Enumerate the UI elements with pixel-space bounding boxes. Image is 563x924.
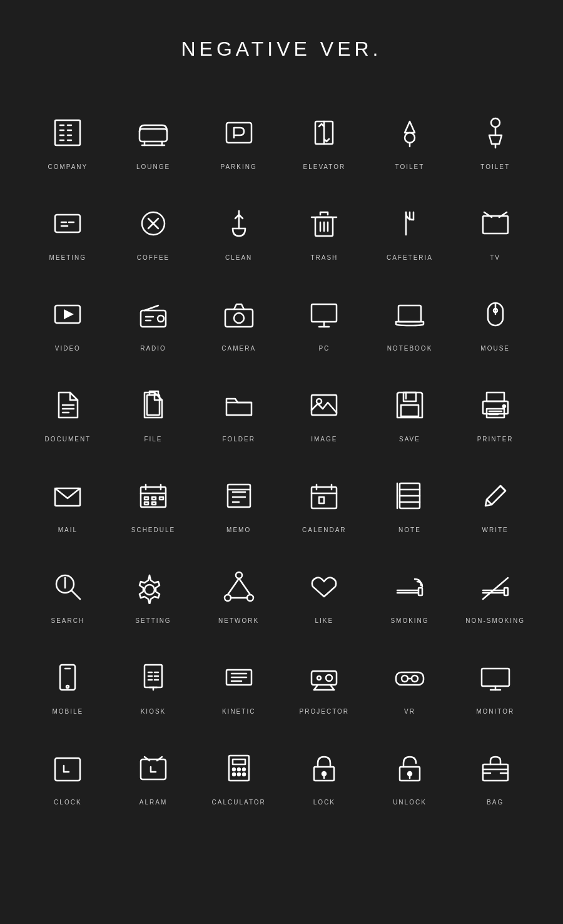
svg-rect-82 <box>145 497 148 500</box>
cafeteria-item: CAFETERIA <box>367 183 453 274</box>
trash-icon <box>302 202 346 245</box>
icon-grid: COMPANY LOUNGE PARKING ELEVATOR TOILET T… <box>0 86 563 824</box>
smoking-label: SMOKING <box>390 617 429 624</box>
svg-point-159 <box>243 768 245 771</box>
calendar-item: CALENDAR <box>282 455 367 546</box>
kinetic-item: KINETIC <box>196 637 282 727</box>
company-label: COMPANY <box>48 163 88 170</box>
file-icon <box>131 383 175 427</box>
toilet-male-icon <box>388 111 432 155</box>
toilet-female-label: TOILET <box>480 163 510 170</box>
svg-rect-86 <box>152 502 156 505</box>
pc-icon <box>302 292 346 336</box>
note-icon <box>388 474 432 518</box>
toilet-male-label: TOILET <box>395 163 425 170</box>
parking-item: PARKING <box>196 92 282 183</box>
svg-rect-84 <box>160 497 163 500</box>
svg-point-67 <box>317 399 322 404</box>
mobile-label: MOBILE <box>52 708 83 715</box>
non-smoking-label: NON-SMOKING <box>465 617 525 624</box>
toilet-female-icon <box>474 111 517 155</box>
tv-label: TV <box>490 254 500 261</box>
svg-rect-120 <box>504 588 508 595</box>
svg-point-123 <box>66 685 69 688</box>
lock-label: LOCK <box>313 799 335 806</box>
svg-rect-64 <box>147 395 160 415</box>
tv-item: TV <box>452 183 538 274</box>
projector-label: PROJECTOR <box>300 708 350 715</box>
svg-point-49 <box>158 316 164 322</box>
file-label: FILE <box>144 436 162 443</box>
elevator-label: ELEVATOR <box>303 163 345 170</box>
mouse-item: MOUSE <box>452 274 538 364</box>
write-label: WRITE <box>482 526 509 533</box>
note-item: NOTE <box>367 455 453 546</box>
setting-icon <box>131 565 175 608</box>
svg-line-103 <box>487 500 492 505</box>
like-item: LIKE <box>282 546 367 637</box>
projector-icon <box>302 655 346 699</box>
coffee-icon <box>131 202 175 245</box>
network-item: NETWORK <box>196 546 282 637</box>
svg-rect-87 <box>228 485 250 507</box>
svg-rect-151 <box>55 758 80 781</box>
elevator-icon <box>302 111 346 155</box>
vr-item: VR <box>367 637 453 727</box>
svg-point-158 <box>238 768 240 771</box>
network-label: NETWORK <box>218 617 259 624</box>
coffee-item: COFFEE <box>111 183 196 274</box>
camera-label: CAMERA <box>221 345 256 352</box>
lounge-label: LOUNGE <box>136 163 170 170</box>
alram-item: ALRAM <box>111 727 196 818</box>
mouse-icon <box>474 292 517 336</box>
elevator-item: ELEVATOR <box>282 92 367 183</box>
monitor-label: MONITOR <box>476 708 514 715</box>
like-icon <box>302 565 346 608</box>
mouse-label: MOUSE <box>480 345 510 352</box>
parking-label: PARKING <box>221 163 257 170</box>
image-icon <box>302 383 346 427</box>
cafeteria-label: CAFETERIA <box>387 254 433 261</box>
schedule-icon <box>131 474 175 518</box>
note-label: NOTE <box>398 526 421 533</box>
svg-rect-0 <box>55 120 80 145</box>
document-label: DOCUMENT <box>44 436 91 443</box>
tv-icon <box>474 202 517 245</box>
lock-icon <box>302 746 346 790</box>
camera-item: CAMERA <box>196 274 282 364</box>
meeting-label: MEETING <box>49 254 87 261</box>
clean-icon <box>217 202 261 245</box>
svg-rect-71 <box>487 393 504 401</box>
network-icon <box>217 565 261 608</box>
clean-item: CLEAN <box>196 183 282 274</box>
vr-icon <box>388 655 432 699</box>
kinetic-icon <box>217 655 261 699</box>
page-title: NEGATIVE VER. <box>0 0 563 86</box>
alram-label: ALRAM <box>139 799 167 806</box>
radio-label: RADIO <box>140 345 166 352</box>
kinetic-label: KINETIC <box>222 708 255 715</box>
clock-label: CLOCK <box>54 799 81 806</box>
kiosk-icon <box>131 655 175 699</box>
svg-rect-47 <box>141 311 166 327</box>
search-item: SEARCH <box>25 546 111 637</box>
camera-icon <box>217 292 261 336</box>
video-icon <box>46 292 89 336</box>
lounge-icon <box>131 111 175 155</box>
calculator-item: CALCULATOR <box>196 727 282 818</box>
setting-label: SETTING <box>135 617 171 624</box>
notebook-item: NOTEBOOK <box>367 274 453 364</box>
unlock-item: UNLOCK <box>367 727 453 818</box>
svg-rect-83 <box>152 497 156 500</box>
svg-rect-85 <box>145 502 148 505</box>
video-label: VIDEO <box>55 345 81 352</box>
schedule-item: SCHEDULE <box>111 455 196 546</box>
svg-point-111 <box>247 595 253 601</box>
kiosk-label: KIOSK <box>141 708 166 715</box>
svg-line-105 <box>71 590 80 599</box>
monitor-icon <box>474 655 517 699</box>
svg-rect-23 <box>55 215 80 232</box>
smoking-icon <box>388 565 432 608</box>
company-icon <box>46 111 89 155</box>
search-icon <box>46 565 89 608</box>
